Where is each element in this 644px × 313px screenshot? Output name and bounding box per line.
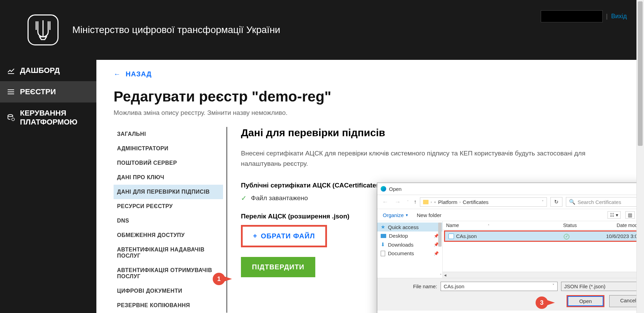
svg-point-0	[8, 89, 8, 90]
scroll-thumb[interactable]	[638, 1, 643, 146]
dialog-toolbar: Organize ▼ New folder ☷ ▾ ▥ ?	[377, 209, 644, 221]
svg-point-2	[8, 94, 8, 94]
main-sidebar: ДАШБОРД РЕЄСТРИ КЕРУВАННЯ ПЛАТФОРМОЮ	[0, 60, 96, 313]
callout-1: 1	[213, 273, 225, 285]
chevron-down-icon[interactable]: ˅	[542, 200, 544, 204]
database-gear-icon	[7, 114, 15, 122]
col-status[interactable]: Status	[563, 223, 598, 228]
col-name[interactable]: Name ˄	[446, 223, 563, 228]
svg-point-4	[12, 118, 14, 121]
back-link[interactable]: ← НАЗАД	[114, 70, 627, 78]
nav-up-button[interactable]: ↑	[414, 199, 416, 205]
open-label: Open	[579, 298, 592, 304]
chevron-down-icon: ▼	[405, 213, 409, 217]
filetype-select[interactable]: JSON File (*.json) ˅	[561, 282, 644, 291]
sidebar-scroll-down[interactable]: ˅	[440, 273, 442, 277]
nav-auth-receivers[interactable]: АВТЕНТИФІКАЦІЯ ОТРИМУВАЧІВ ПОСЛУГ	[114, 263, 223, 284]
svg-point-1	[8, 91, 8, 92]
nav-auth-providers[interactable]: АВТЕНТИФІКАЦІЯ НАДАВАЧІВ ПОСЛУГ	[114, 242, 223, 263]
sort-up-icon: ˄	[488, 224, 489, 228]
chevron-right-icon: ›	[431, 200, 432, 204]
nav-backup[interactable]: РЕЗЕРВНЕ КОПІЮВАННЯ	[114, 298, 223, 313]
nav-key-data[interactable]: ДАНІ ПРО КЛЮЧ	[114, 170, 223, 185]
breadcrumb-bar[interactable]: › « Platform › Certificates ˅	[420, 197, 547, 207]
qa-label: Documents	[388, 250, 414, 256]
page-title: Редагувати реєстр "demo-reg"	[114, 88, 627, 105]
breadcrumb-item[interactable]: Certificates	[463, 199, 488, 205]
search-icon: 🔍	[569, 199, 576, 205]
nav-dns[interactable]: DNS	[114, 214, 223, 228]
refresh-icon: ↻	[554, 199, 559, 205]
header-title: Міністерство цифрової трансформації Укра…	[72, 24, 280, 35]
nav-signature-verify[interactable]: ДАНІ ДЛЯ ПЕРЕВІРКИ ПІДПИСІВ	[114, 185, 223, 199]
sidebar-item-registries[interactable]: РЕЄСТРИ	[0, 81, 96, 102]
horizontal-scrollbar[interactable]: ◄ ►	[443, 272, 644, 278]
file-list-header: Name ˄ Status Date modified	[443, 221, 644, 230]
file-open-dialog: Open ✕ ← → ˅ ↑ › « Platform › Certificat…	[377, 183, 644, 313]
page-scrollbar[interactable]	[636, 0, 644, 313]
cancel-label: Cancel	[620, 298, 636, 303]
chevron-down-icon[interactable]: ˅	[552, 283, 555, 288]
nav-back-button[interactable]: ←	[381, 198, 390, 206]
settings-nav: ЗАГАЛЬНІ АДМІНІСТРАТОРИ ПОШТОВИЙ СЕРВЕР …	[114, 127, 227, 313]
filetype-value: JSON File (*.json)	[564, 283, 605, 289]
folder-icon	[423, 200, 429, 204]
app-header: Міністерство цифрової трансформації Укра…	[0, 0, 644, 60]
nav-access[interactable]: ОБМЕЖЕННЯ ДОСТУПУ	[114, 228, 223, 242]
app-logo	[28, 14, 59, 45]
sidebar-desktop[interactable]: Desktop 📌	[377, 231, 442, 240]
nav-resources[interactable]: РЕСУРСИ РЕЄСТРУ	[114, 199, 223, 214]
sidebar-item-platform-management[interactable]: КЕРУВАННЯ ПЛАТФОРМОЮ	[0, 102, 96, 133]
edge-icon	[381, 186, 386, 192]
scroll-left-icon[interactable]: ◄	[443, 273, 447, 277]
organize-menu[interactable]: Organize ▼	[383, 212, 409, 218]
sidebar-quick-access[interactable]: ★ Quick access	[377, 223, 442, 231]
dialog-title: Open	[389, 186, 402, 192]
header-right: | Вихід	[541, 10, 627, 22]
dialog-body: ★ Quick access Desktop 📌 ⬇ Downloads 📌 D…	[377, 221, 644, 278]
search-input[interactable]: 🔍 Search Certificates	[566, 197, 644, 207]
new-folder-button[interactable]: New folder	[417, 212, 442, 218]
desktop-icon	[381, 234, 386, 238]
nav-general[interactable]: ЗАГАЛЬНІ	[114, 127, 223, 141]
sidebar-item-dashboard[interactable]: ДАШБОРД	[0, 60, 96, 81]
refresh-button[interactable]: ↻	[550, 197, 562, 207]
star-icon: ★	[381, 224, 385, 230]
nav-mail[interactable]: ПОШТОВИЙ СЕРВЕР	[114, 156, 223, 170]
trident-icon	[34, 20, 52, 40]
confirm-label: ПІДТВЕРДИТИ	[252, 263, 304, 271]
chart-icon	[7, 66, 15, 75]
filename-input[interactable]: CAs.json ˅	[441, 282, 558, 291]
back-label: НАЗАД	[126, 70, 152, 78]
file-row-selected[interactable]: CAs.json ✓ 10/6/2023 3:09 P	[444, 230, 644, 242]
filename-value: CAs.json	[444, 283, 464, 289]
pin-icon: 📌	[434, 251, 439, 256]
chevron-right-icon: ›	[460, 200, 461, 204]
sidebar-downloads[interactable]: ⬇ Downloads 📌	[377, 240, 442, 249]
page-subtitle: Можлива зміна опису реєстру. Змінити наз…	[114, 109, 627, 117]
sidebar-label: КЕРУВАННЯ ПЛАТФОРМОЮ	[20, 109, 89, 127]
logout-link[interactable]: Вихід	[611, 13, 627, 20]
list-icon	[7, 88, 15, 96]
sidebar-scrollbar[interactable]	[438, 223, 442, 247]
file-list: Name ˄ Status Date modified CAs.json ✓ 1…	[443, 221, 644, 278]
choose-file-button[interactable]: + ОБРАТИ ФАЙЛ	[241, 225, 327, 247]
json-file-icon	[448, 234, 454, 239]
confirm-button[interactable]: ПІДТВЕРДИТИ	[241, 257, 315, 277]
nav-admins[interactable]: АДМІНІСТРАТОРИ	[114, 141, 223, 156]
file-loaded-text: Файл завантажено	[251, 194, 308, 202]
breadcrumb-prefix: «	[434, 200, 436, 204]
plus-icon: +	[253, 232, 257, 240]
nav-forward-button[interactable]: →	[393, 198, 402, 206]
user-info-box	[541, 10, 603, 22]
breadcrumb-item[interactable]: Platform	[438, 199, 457, 205]
preview-pane-button[interactable]: ▥	[625, 211, 635, 219]
svg-point-3	[8, 115, 13, 117]
sidebar-documents[interactable]: Documents 📌	[377, 249, 442, 258]
filename-label: File name:	[382, 283, 437, 289]
view-details-button[interactable]: ☷ ▾	[608, 211, 621, 219]
qa-label: Desktop	[389, 233, 408, 239]
nav-recent-button[interactable]: ˅	[405, 199, 410, 205]
open-button[interactable]: Open	[567, 295, 604, 307]
nav-digital-docs[interactable]: ЦИФРОВІ ДОКУМЕНТИ	[114, 284, 223, 298]
